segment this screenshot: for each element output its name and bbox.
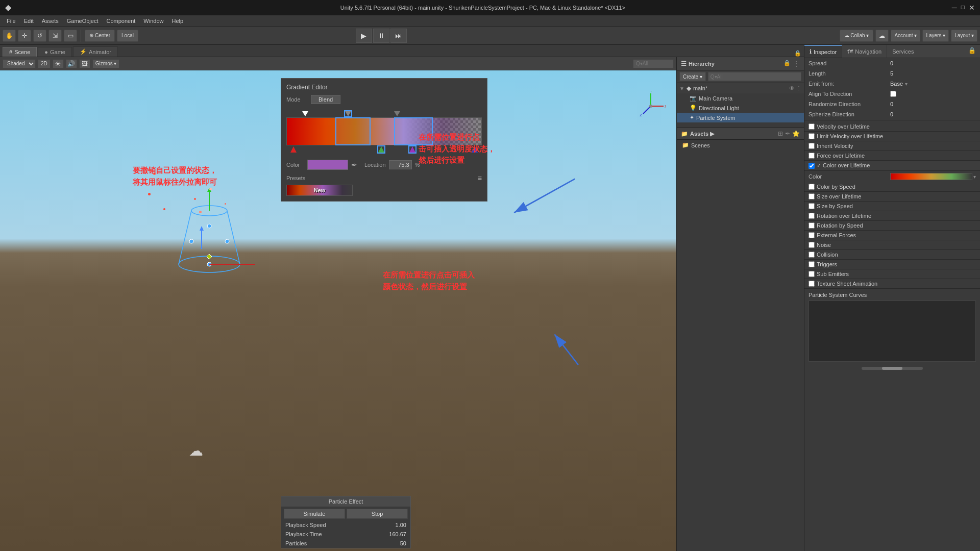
- move-tool-button[interactable]: ✛: [18, 30, 31, 42]
- menu-component[interactable]: Component: [102, 17, 139, 25]
- gradient-bar-area[interactable]: [286, 117, 482, 145]
- scene-item[interactable]: ▼ ◆ main* 👁 ⋮: [677, 83, 804, 93]
- presets-menu-icon[interactable]: ≡: [478, 174, 482, 182]
- simulate-button[interactable]: Simulate: [284, 509, 345, 519]
- color-marker-purple[interactable]: [409, 146, 415, 153]
- section-sub-emitters[interactable]: Sub Emitters: [804, 269, 980, 279]
- assets-tool3[interactable]: ⭐: [792, 130, 800, 137]
- scene-search-input[interactable]: [633, 59, 674, 68]
- rotate-tool-button[interactable]: ↺: [33, 30, 46, 42]
- section-force[interactable]: Force over Lifetime: [804, 151, 980, 161]
- color-marker-green[interactable]: [378, 146, 384, 153]
- pause-button[interactable]: ⏸: [373, 29, 389, 43]
- sub-emitters-checkbox[interactable]: [808, 271, 815, 277]
- stop-button[interactable]: Stop: [347, 509, 408, 519]
- velocity-checkbox[interactable]: [808, 123, 815, 130]
- alpha-marker-left[interactable]: [302, 111, 308, 116]
- alpha-marker-mid2[interactable]: [394, 111, 400, 116]
- alpha-marker-mid[interactable]: [345, 111, 351, 116]
- preset-new-item[interactable]: New: [286, 185, 353, 196]
- section-size-lifetime[interactable]: Size over Lifetime: [804, 192, 980, 202]
- lighting-button[interactable]: ☀: [53, 59, 64, 68]
- triggers-checkbox[interactable]: [808, 261, 815, 267]
- maximize-button[interactable]: □: [961, 4, 965, 12]
- section-texture[interactable]: Texture Sheet Animation: [804, 279, 980, 289]
- hand-tool-button[interactable]: ✋: [3, 30, 16, 42]
- menu-file[interactable]: File: [3, 17, 20, 25]
- scale-tool-button[interactable]: ⇲: [48, 30, 62, 42]
- inspector-content[interactable]: Spread 0 Length 5 Emit from: Base ▾ Alig…: [804, 58, 980, 551]
- hierarchy-item-particle[interactable]: ✦ Particle System: [677, 113, 804, 122]
- section-color[interactable]: ✓ Color over Lifetime: [804, 161, 980, 171]
- rotation-speed-checkbox[interactable]: [808, 222, 815, 229]
- assets-tool1[interactable]: ⊞: [778, 130, 783, 137]
- mode-value[interactable]: Blend: [311, 95, 340, 104]
- rect-tool-button[interactable]: ▭: [64, 30, 77, 42]
- color-marker-blue[interactable]: [472, 146, 478, 153]
- hierarchy-item-light[interactable]: 💡 Directional Light: [677, 103, 804, 113]
- texture-checkbox[interactable]: [808, 281, 815, 287]
- section-noise[interactable]: Noise: [804, 240, 980, 250]
- gradient-editor-panel[interactable]: Gradient Editor Mode Blend: [281, 78, 487, 202]
- step-button[interactable]: ⏭: [390, 29, 407, 43]
- eyedropper-icon[interactable]: ✒: [351, 161, 357, 169]
- scrollbar-track[interactable]: [862, 367, 923, 370]
- tab-game[interactable]: ● Game: [38, 47, 72, 57]
- hierarchy-menu-icon[interactable]: ⋮: [793, 60, 800, 68]
- pivot-local-button[interactable]: Local: [117, 30, 138, 42]
- menu-help[interactable]: Help: [167, 17, 187, 25]
- section-rotation-speed[interactable]: Rotation by Speed: [804, 221, 980, 231]
- gradient-display[interactable]: [286, 117, 482, 145]
- hierarchy-item-camera[interactable]: 📷 Main Camera: [677, 93, 804, 103]
- menu-window[interactable]: Window: [139, 17, 167, 25]
- 2d-button[interactable]: 2D: [38, 59, 51, 68]
- collab-button[interactable]: ☁ Collab ▾: [840, 30, 874, 42]
- section-inherit-velocity[interactable]: Inherit Velocity: [804, 141, 980, 151]
- layout-button[interactable]: Layout ▾: [951, 30, 977, 42]
- scenes-folder[interactable]: 📁 Scenes: [677, 140, 804, 151]
- inherit-velocity-checkbox[interactable]: [808, 143, 815, 149]
- account-button[interactable]: Account ▾: [891, 30, 920, 42]
- rotation-lifetime-checkbox[interactable]: [808, 213, 815, 219]
- menu-assets[interactable]: Assets: [38, 17, 63, 25]
- close-button[interactable]: ✕: [969, 4, 975, 12]
- section-external[interactable]: External Forces: [804, 231, 980, 240]
- force-checkbox[interactable]: [808, 153, 815, 159]
- section-collision[interactable]: Collision: [804, 250, 980, 260]
- scrollbar-thumb[interactable]: [882, 367, 902, 370]
- color-lifetime-checkbox[interactable]: [808, 163, 815, 169]
- hierarchy-lock-icon[interactable]: 🔒: [783, 60, 791, 68]
- curves-area[interactable]: [808, 300, 976, 362]
- section-color-speed[interactable]: Color by Speed: [804, 182, 980, 192]
- noise-checkbox[interactable]: [808, 242, 815, 248]
- inspector-lock-icon[interactable]: 🔒: [964, 45, 980, 58]
- emit-dropdown-icon[interactable]: ▾: [905, 81, 908, 87]
- color-marker-red[interactable]: [290, 146, 297, 153]
- minimize-button[interactable]: ─: [952, 4, 957, 12]
- scene-view[interactable]: Shaded 2D ☀ 🔊 🖼 Gizmos ▾: [0, 57, 676, 551]
- collision-checkbox[interactable]: [808, 252, 815, 258]
- tab-animator[interactable]: ⚡ Animator: [73, 46, 118, 57]
- create-button[interactable]: Create ▾: [679, 72, 706, 81]
- tab-inspector[interactable]: ℹ Inspector: [804, 45, 842, 58]
- section-size-speed[interactable]: Size by Speed: [804, 202, 980, 211]
- audio-button[interactable]: 🔊: [66, 59, 77, 68]
- cloud-button[interactable]: ☁: [875, 30, 889, 42]
- color-gradient-bar[interactable]: [890, 173, 972, 180]
- effects-button[interactable]: 🖼: [79, 59, 90, 68]
- tab-scene[interactable]: # Scene: [3, 47, 37, 57]
- play-button[interactable]: ▶: [356, 29, 372, 43]
- assets-tool2[interactable]: ✒: [785, 130, 790, 137]
- shading-mode-select[interactable]: Shaded: [3, 59, 36, 68]
- color-dropdown-icon[interactable]: ▾: [973, 174, 976, 180]
- layers-button[interactable]: Layers ▾: [922, 30, 949, 42]
- gizmos-button[interactable]: Gizmos ▾: [92, 59, 120, 68]
- section-rotation-lifetime[interactable]: Rotation over Lifetime: [804, 211, 980, 221]
- menu-gameobject[interactable]: GameObject: [63, 17, 103, 25]
- limit-velocity-checkbox[interactable]: [808, 133, 815, 139]
- pivot-center-button[interactable]: ⊕ Center: [85, 30, 115, 42]
- hierarchy-search[interactable]: [708, 72, 801, 81]
- section-velocity[interactable]: Velocity over Lifetime: [804, 122, 980, 132]
- tab-navigation[interactable]: 🗺 Navigation: [842, 45, 887, 58]
- section-limit-velocity[interactable]: Limit Velocity over Lifetime: [804, 132, 980, 141]
